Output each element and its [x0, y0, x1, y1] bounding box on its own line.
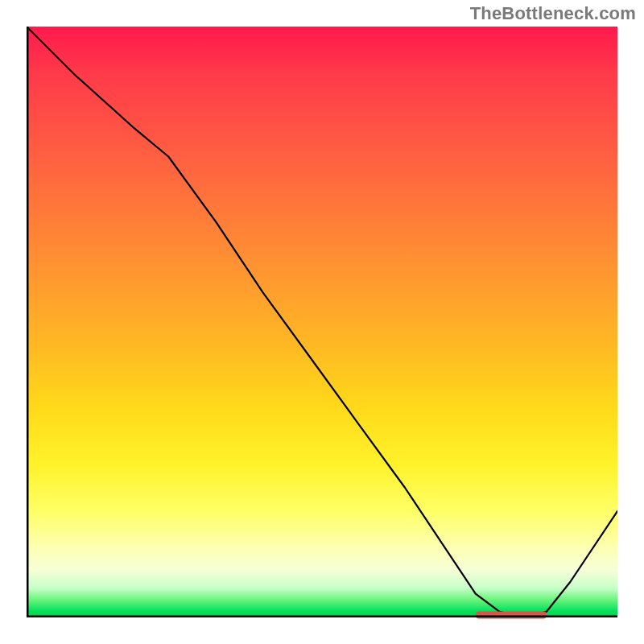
- watermark-text: TheBottleneck.com: [470, 3, 636, 24]
- chart-background-gradient: [27, 27, 617, 617]
- chart-plot-area: [27, 27, 617, 617]
- chart-highlight-marker: [476, 612, 547, 619]
